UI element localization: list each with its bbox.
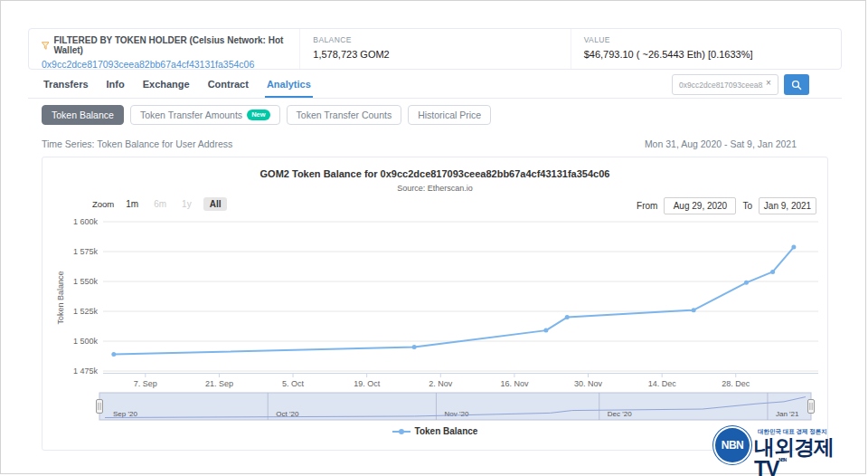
svg-text:1 475k: 1 475k: [73, 367, 99, 376]
data-point[interactable]: [412, 345, 417, 349]
svg-text:14. Dec: 14. Dec: [648, 379, 677, 388]
svg-text:2. Nov: 2. Nov: [429, 379, 453, 388]
svg-text:1 500k: 1 500k: [73, 337, 99, 346]
search-input[interactable]: [672, 74, 778, 95]
svg-text:Sep '20: Sep '20: [113, 410, 137, 418]
svg-text:Dec '20: Dec '20: [608, 410, 632, 418]
data-point[interactable]: [543, 328, 548, 333]
svg-text:28. Dec: 28. Dec: [722, 379, 750, 388]
nbn-logo: NBN 대한민국 대표 경제 정론지 내외경제TVNBN: [713, 426, 865, 476]
subtab-label: Token Transfer Amounts: [140, 109, 242, 120]
series-header: Time Series: Token Balance for User Addr…: [42, 138, 797, 149]
balance-value: 1,578,723 GOM2: [313, 49, 570, 60]
nbn-logo-suffix: NBN: [778, 457, 786, 462]
search-group: ×: [672, 74, 809, 95]
nbn-logo-name: 내외경제TVNBN: [754, 436, 865, 476]
subtab-token-transfer-counts[interactable]: Token Transfer Counts: [287, 105, 402, 125]
subtab-label: Token Balance: [52, 109, 114, 120]
data-point[interactable]: [111, 352, 116, 357]
clear-search-icon[interactable]: ×: [766, 79, 771, 88]
nbn-logo-name-text: 내외경제TV: [754, 435, 834, 476]
nbn-logo-badge: NBN: [713, 426, 751, 464]
data-point[interactable]: [565, 315, 570, 319]
holder-address-link[interactable]: 0x9cc2dce817093ceea82bb67a4cf43131fa354c…: [42, 59, 254, 70]
new-badge: New: [247, 109, 269, 120]
navigator-handle-left[interactable]: [97, 400, 103, 414]
chart-card: GOM2 Token Balance for 0x9cc2dce817093ce…: [42, 157, 828, 451]
svg-text:1 525k: 1 525k: [73, 307, 99, 316]
value-label: VALUE: [584, 35, 841, 44]
svg-text:7. Sep: 7. Sep: [134, 379, 157, 388]
subtab-label: Historical Price: [418, 109, 481, 120]
svg-text:1 600k: 1 600k: [73, 217, 99, 226]
tab-analytics[interactable]: Analytics: [265, 77, 313, 98]
series-title: Time Series: Token Balance for User Addr…: [42, 138, 232, 149]
chart-canvas: 1 475k1 500k1 525k1 550k1 575k1 600kToke…: [42, 157, 827, 450]
filter-icon: [42, 42, 49, 50]
value-value: $46,793.10 ( ~26.5443 Eth) [0.1633%]: [584, 49, 841, 60]
subtab-token-transfer-amounts[interactable]: Token Transfer AmountsNew: [130, 105, 280, 125]
filter-label: FILTERED BY TOKEN HOLDER (Celsius Networ…: [53, 35, 299, 55]
tab-exchange[interactable]: Exchange: [141, 77, 192, 98]
page: FILTERED BY TOKEN HOLDER (Celsius Networ…: [0, 0, 866, 474]
balance-label: BALANCE: [313, 35, 570, 44]
svg-text:Token Balance: Token Balance: [56, 271, 65, 324]
data-point[interactable]: [692, 308, 696, 312]
search-button[interactable]: [784, 74, 809, 95]
svg-text:Jan '21: Jan '21: [776, 410, 799, 418]
search-icon: [791, 80, 802, 90]
svg-text:1 550k: 1 550k: [73, 277, 99, 286]
svg-text:21. Sep: 21. Sep: [205, 379, 233, 388]
filter-label-row: FILTERED BY TOKEN HOLDER (Celsius Networ…: [42, 35, 299, 55]
balance-cell: BALANCE 1,578,723 GOM2: [299, 29, 570, 69]
svg-text:5. Oct: 5. Oct: [282, 379, 305, 388]
analytics-subtabs: Token Balance Token Transfer AmountsNew …: [42, 105, 491, 125]
data-point[interactable]: [744, 281, 749, 285]
value-cell: VALUE $46,793.10 ( ~26.5443 Eth) [0.1633…: [571, 29, 841, 69]
legend-marker-icon: [392, 428, 410, 435]
legend-token-balance[interactable]: Token Balance: [42, 426, 827, 436]
tab-transfers[interactable]: Transfers: [42, 77, 90, 98]
svg-text:1 575k: 1 575k: [73, 247, 99, 256]
token-summary-card: FILTERED BY TOKEN HOLDER (Celsius Networ…: [28, 28, 842, 70]
subtab-historical-price[interactable]: Historical Price: [408, 105, 491, 125]
tab-contract[interactable]: Contract: [206, 77, 250, 98]
filter-cell: FILTERED BY TOKEN HOLDER (Celsius Networ…: [29, 29, 299, 69]
series-date-range: Mon 31, Aug 2020 - Sat 9, Jan 2021: [645, 138, 797, 149]
subtab-label: Token Transfer Counts: [297, 109, 392, 120]
navigator-handle-right[interactable]: [808, 400, 815, 414]
data-point[interactable]: [770, 270, 775, 274]
svg-text:Nov '20: Nov '20: [444, 410, 468, 418]
svg-text:16. Nov: 16. Nov: [500, 379, 529, 388]
svg-text:30. Nov: 30. Nov: [574, 379, 603, 388]
legend-label: Token Balance: [415, 426, 478, 436]
data-point[interactable]: [791, 245, 796, 250]
subtab-token-balance[interactable]: Token Balance: [42, 105, 124, 125]
svg-text:19. Oct: 19. Oct: [354, 379, 381, 388]
tab-info[interactable]: Info: [105, 77, 127, 98]
